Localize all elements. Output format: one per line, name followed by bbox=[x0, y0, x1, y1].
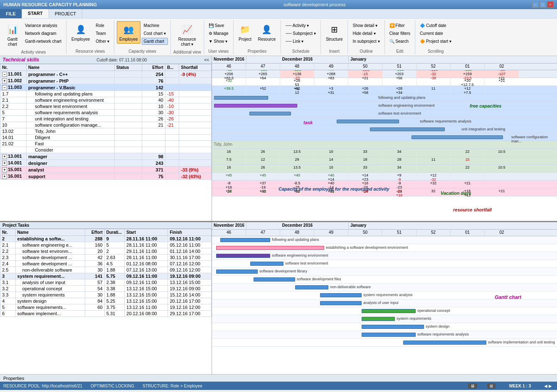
btn-subproject[interactable]: ── Subproject ▾ bbox=[283, 30, 318, 37]
project-row[interactable]: 2establishing a softw...288928.11.16 11:… bbox=[0, 236, 212, 242]
resource-row[interactable]: 10software configuration manage...21-21 bbox=[0, 122, 212, 128]
proj-name: analysis of user input bbox=[15, 279, 85, 286]
resource-row[interactable]: Consider bbox=[0, 147, 212, 153]
btn-gantt-chart-cap[interactable]: Gantt chart bbox=[142, 38, 168, 45]
col-name-proj: Name bbox=[15, 229, 85, 236]
proj-start: 28.11.16 11:00 bbox=[125, 255, 168, 261]
resource-row[interactable]: +16.001support75-32 (43%) bbox=[0, 173, 212, 180]
proj-nr: 2.5 bbox=[0, 267, 16, 273]
resource-row[interactable]: 7unit integration and testing26-26 bbox=[0, 116, 212, 122]
status-arrows[interactable]: ◀ ▶ bbox=[542, 383, 554, 389]
group-activity-views: 📊 Ganttchart Variance analysis Network d… bbox=[1, 20, 67, 54]
btn-team[interactable]: Team bbox=[94, 30, 111, 37]
project-row[interactable]: 2.5non-deliverable software301.8807.12.1… bbox=[0, 267, 212, 273]
btn-employee-capacity[interactable]: 👥 Employee bbox=[117, 21, 140, 44]
project-row[interactable]: 2.3software development ...422.6328.11.1… bbox=[0, 255, 212, 261]
proj-nr: 2.2 bbox=[0, 248, 16, 255]
proj-start: 13.12.16 11:00 bbox=[125, 304, 168, 311]
project-row[interactable]: 2.2software test environm...20229.11.16 … bbox=[0, 248, 212, 255]
group-capacity-views: 👥 Employee Machine Cost chart ▾ Gantt ch… bbox=[114, 20, 171, 54]
resource-b bbox=[165, 153, 179, 160]
btn-employee-resource[interactable]: 👤 Employee bbox=[69, 21, 92, 44]
btn-cutoff-date[interactable]: 🔷 Cutoff date bbox=[418, 22, 453, 29]
col-finish-proj: Finish bbox=[168, 229, 212, 236]
close-btn[interactable]: × bbox=[547, 1, 554, 8]
resource-row[interactable]: 1.7following and updating plans15-15 bbox=[0, 91, 212, 97]
btn-current-date[interactable]: Current date bbox=[418, 30, 453, 37]
expand-button[interactable]: + bbox=[2, 161, 7, 166]
btn-role[interactable]: Role bbox=[94, 22, 111, 29]
gantt-bottom-row: analysis of user input bbox=[212, 299, 557, 307]
gantt-row-cpp: +50+206+83.5 +100+265+64 +229+136-23 +77… bbox=[212, 70, 557, 78]
tab-start[interactable]: START bbox=[22, 9, 49, 18]
project-row[interactable]: 4system design845.2513.12.16 15:0020.12.… bbox=[0, 298, 212, 304]
resource-shortfall bbox=[179, 160, 212, 167]
project-row[interactable]: 6software implement...5.3120.12.16 08:00… bbox=[0, 311, 212, 317]
proj-effort: 141 bbox=[85, 273, 104, 279]
btn-other[interactable]: Other ▾ bbox=[94, 38, 111, 45]
btn-project-start[interactable]: 🔶 Project start ▾ bbox=[418, 38, 453, 45]
status-icon-2[interactable]: ⊞ bbox=[487, 383, 495, 389]
expand-button[interactable]: + bbox=[2, 174, 7, 179]
expand-button[interactable]: + bbox=[2, 154, 7, 159]
expand-button[interactable]: − bbox=[2, 85, 7, 90]
resource-row[interactable]: 5software requirements analysis30-30 bbox=[0, 110, 212, 116]
resource-row[interactable]: −11.001programmer - C++254-9 (4%) bbox=[0, 71, 212, 78]
btn-filter[interactable]: 🔽 Filter bbox=[387, 22, 413, 29]
expand-button[interactable]: + bbox=[2, 167, 7, 172]
btn-cost-chart[interactable]: Cost chart ▾ bbox=[142, 30, 168, 37]
resource-row[interactable]: −11.003programmer - V.Basic142 bbox=[0, 84, 212, 91]
gantt-row-sub1: following and updating plans bbox=[212, 94, 557, 102]
tab-file[interactable]: FILE bbox=[0, 9, 22, 18]
proj-nr: 2.1 bbox=[0, 242, 16, 248]
resource-status bbox=[114, 71, 142, 78]
proj-finish: 19.12.16 09:00 bbox=[168, 273, 212, 279]
resource-row[interactable]: 2.2software test environment10-10 bbox=[0, 103, 212, 110]
btn-save[interactable]: 💾 Save bbox=[207, 22, 231, 29]
btn-structure[interactable]: ⊞ Structure bbox=[323, 21, 345, 44]
bottom-panel-title: Project Tasks bbox=[2, 223, 29, 228]
btn-gantt-network[interactable]: Gantt-network chart bbox=[23, 38, 64, 45]
project-row[interactable]: 5software requirements...603.7513.12.16 … bbox=[0, 304, 212, 311]
resource-row[interactable]: +15.001analyst371-33 (9%) bbox=[0, 167, 212, 173]
status-icon-1[interactable]: 🖥 bbox=[468, 383, 477, 389]
project-row[interactable]: 2.4software development ...364.501.12.16… bbox=[0, 261, 212, 267]
btn-in-subproject[interactable]: In subproject ▾ bbox=[350, 38, 382, 45]
btn-variance-analysis[interactable]: Variance analysis bbox=[23, 22, 64, 29]
btn-machine[interactable]: Machine bbox=[142, 22, 168, 29]
maximize-btn[interactable]: □ bbox=[540, 1, 546, 8]
resource-row[interactable]: +11.002programmer - PHP76 bbox=[0, 78, 212, 84]
project-row[interactable]: 3.2operational concept543.3813.12.16 15:… bbox=[0, 286, 212, 292]
btn-manage[interactable]: ⚙ Manage bbox=[207, 30, 231, 37]
project-row[interactable]: 3system requirement...1415.7509.12.16 11… bbox=[0, 273, 212, 279]
tab-project[interactable]: PROJECT bbox=[49, 9, 82, 18]
btn-search[interactable]: 🔍 Search bbox=[387, 38, 413, 45]
expand-button[interactable]: − bbox=[2, 72, 7, 77]
resource-row[interactable]: 21.02Fast bbox=[0, 141, 212, 147]
btn-show-detail[interactable]: Show detail ▾ bbox=[350, 22, 382, 29]
resource-row[interactable]: 13.02Tidy, John bbox=[0, 128, 212, 135]
btn-resource-chart[interactable]: 📈 Resourcechart ▾ bbox=[176, 21, 199, 49]
resource-row[interactable]: 14.01Diligent bbox=[0, 135, 212, 141]
project-row[interactable]: 3.3system requirements301.8813.12.16 15:… bbox=[0, 292, 212, 298]
resource-row[interactable]: +13.001manager98 bbox=[0, 153, 212, 160]
week-indicator: WEEK 1 : 3 bbox=[505, 383, 534, 389]
minimize-btn[interactable]: – bbox=[532, 1, 539, 8]
resource-row[interactable]: 2.1software engineering environment40-40 bbox=[0, 97, 212, 103]
resource-name: Tidy, John bbox=[26, 128, 114, 135]
btn-show[interactable]: ▼ Show ▾ bbox=[207, 38, 231, 45]
win-controls[interactable]: – □ × bbox=[532, 1, 554, 8]
btn-hide-detail[interactable]: Hide detail ▾ bbox=[350, 30, 382, 37]
btn-project-prop[interactable]: 📁 Project bbox=[236, 21, 254, 44]
btn-activity[interactable]: ── Activity ▾ bbox=[283, 22, 318, 29]
collapse-btn[interactable]: << bbox=[204, 58, 209, 62]
btn-gantt-chart[interactable]: 📊 Ganttchart bbox=[3, 21, 22, 49]
resource-row[interactable]: +14.001designer243 bbox=[0, 160, 212, 167]
btn-link[interactable]: ── Link ▾ bbox=[283, 38, 318, 45]
project-row[interactable]: 3.1analysis of user input572.3809.12.16 … bbox=[0, 279, 212, 286]
project-row[interactable]: 2.1software engineering e...160528.11.16… bbox=[0, 242, 212, 248]
btn-network-diagram[interactable]: Network diagram bbox=[23, 30, 64, 37]
btn-resource-prop[interactable]: 👤 Resource bbox=[256, 21, 278, 44]
btn-clear-filters[interactable]: Clear filters bbox=[387, 30, 413, 37]
expand-button[interactable]: + bbox=[2, 78, 7, 83]
